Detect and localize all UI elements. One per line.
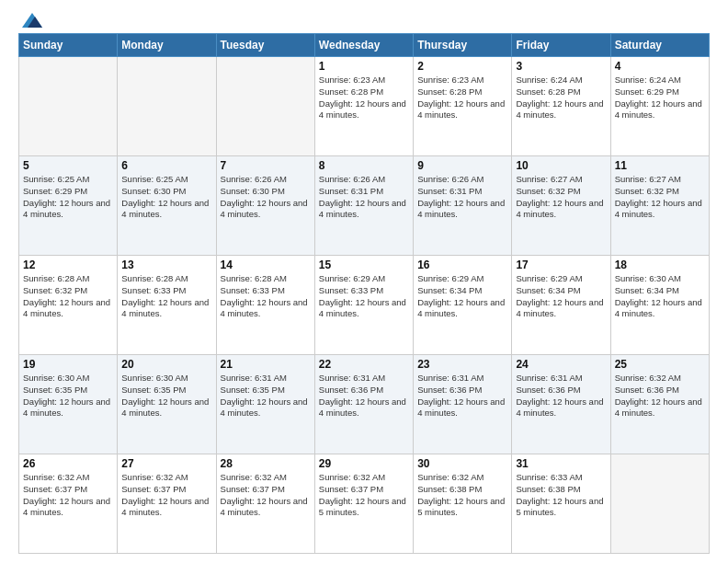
calendar-cell: 3Sunrise: 6:24 AMSunset: 6:28 PMDaylight… — [512, 57, 610, 156]
calendar-table: SundayMondayTuesdayWednesdayThursdayFrid… — [18, 33, 710, 554]
calendar-cell — [118, 57, 216, 156]
day-info: Sunrise: 6:32 AMSunset: 6:38 PMDaylight:… — [417, 472, 507, 519]
calendar-cell: 7Sunrise: 6:26 AMSunset: 6:30 PMDaylight… — [216, 156, 314, 256]
calendar-cell — [610, 454, 709, 554]
calendar-cell: 19Sunrise: 6:30 AMSunset: 6:35 PMDayligh… — [19, 355, 118, 454]
calendar-cell: 26Sunrise: 6:32 AMSunset: 6:37 PMDayligh… — [19, 454, 118, 554]
calendar-cell: 5Sunrise: 6:25 AMSunset: 6:29 PMDaylight… — [19, 156, 118, 256]
day-number: 30 — [417, 457, 507, 470]
day-number: 8 — [319, 159, 409, 172]
header — [18, 15, 710, 29]
day-number: 28 — [221, 457, 311, 470]
calendar-week-4: 19Sunrise: 6:30 AMSunset: 6:35 PMDayligh… — [19, 355, 710, 454]
calendar-cell: 10Sunrise: 6:27 AMSunset: 6:32 PMDayligh… — [512, 156, 610, 256]
day-number: 2 — [417, 60, 507, 73]
day-info: Sunrise: 6:25 AMSunset: 6:30 PMDaylight:… — [121, 174, 211, 221]
calendar-cell: 24Sunrise: 6:31 AMSunset: 6:36 PMDayligh… — [512, 355, 610, 454]
day-number: 24 — [516, 358, 606, 371]
calendar-cell: 2Sunrise: 6:23 AMSunset: 6:28 PMDaylight… — [414, 57, 512, 156]
day-info: Sunrise: 6:26 AMSunset: 6:30 PMDaylight:… — [221, 174, 311, 221]
calendar-cell: 21Sunrise: 6:31 AMSunset: 6:35 PMDayligh… — [216, 355, 314, 454]
logo-icon — [22, 11, 42, 29]
day-info: Sunrise: 6:27 AMSunset: 6:32 PMDaylight:… — [516, 174, 606, 221]
calendar-cell: 9Sunrise: 6:26 AMSunset: 6:31 PMDaylight… — [414, 156, 512, 256]
day-number: 9 — [417, 159, 507, 172]
calendar-cell: 23Sunrise: 6:31 AMSunset: 6:36 PMDayligh… — [414, 355, 512, 454]
day-number: 6 — [121, 159, 211, 172]
day-info: Sunrise: 6:32 AMSunset: 6:36 PMDaylight:… — [615, 373, 705, 419]
day-number: 29 — [319, 457, 409, 470]
calendar-header-saturday: Saturday — [610, 34, 709, 57]
calendar-header-row: SundayMondayTuesdayWednesdayThursdayFrid… — [19, 34, 710, 57]
day-number: 10 — [516, 159, 606, 172]
day-number: 14 — [221, 259, 311, 271]
calendar-cell: 6Sunrise: 6:25 AMSunset: 6:30 PMDaylight… — [118, 156, 216, 256]
day-info: Sunrise: 6:32 AMSunset: 6:37 PMDaylight:… — [221, 472, 311, 519]
day-info: Sunrise: 6:29 AMSunset: 6:34 PMDaylight:… — [516, 273, 606, 320]
day-info: Sunrise: 6:31 AMSunset: 6:36 PMDaylight:… — [417, 373, 507, 419]
calendar-cell: 28Sunrise: 6:32 AMSunset: 6:37 PMDayligh… — [216, 454, 314, 554]
day-info: Sunrise: 6:26 AMSunset: 6:31 PMDaylight:… — [319, 174, 409, 221]
day-info: Sunrise: 6:29 AMSunset: 6:33 PMDaylight:… — [319, 273, 409, 320]
day-info: Sunrise: 6:32 AMSunset: 6:37 PMDaylight:… — [23, 472, 113, 519]
day-info: Sunrise: 6:32 AMSunset: 6:37 PMDaylight:… — [319, 472, 409, 519]
calendar-cell: 31Sunrise: 6:33 AMSunset: 6:38 PMDayligh… — [512, 454, 610, 554]
day-number: 26 — [23, 457, 113, 470]
day-number: 21 — [221, 358, 311, 371]
calendar-cell: 12Sunrise: 6:28 AMSunset: 6:32 PMDayligh… — [19, 256, 118, 355]
calendar-header-thursday: Thursday — [414, 34, 512, 57]
calendar-cell: 30Sunrise: 6:32 AMSunset: 6:38 PMDayligh… — [414, 454, 512, 554]
calendar-header-tuesday: Tuesday — [216, 34, 314, 57]
calendar-header-sunday: Sunday — [19, 34, 118, 57]
day-number: 25 — [615, 358, 705, 371]
calendar-cell: 8Sunrise: 6:26 AMSunset: 6:31 PMDaylight… — [314, 156, 413, 256]
day-info: Sunrise: 6:28 AMSunset: 6:33 PMDaylight:… — [121, 273, 211, 320]
calendar-cell: 18Sunrise: 6:30 AMSunset: 6:34 PMDayligh… — [610, 256, 709, 355]
day-number: 4 — [615, 60, 705, 73]
calendar-cell: 11Sunrise: 6:27 AMSunset: 6:32 PMDayligh… — [610, 156, 709, 256]
day-number: 12 — [23, 259, 113, 271]
day-info: Sunrise: 6:31 AMSunset: 6:35 PMDaylight:… — [221, 373, 311, 419]
day-number: 11 — [615, 159, 705, 172]
day-number: 18 — [615, 259, 705, 271]
page: SundayMondayTuesdayWednesdayThursdayFrid… — [0, 0, 728, 563]
day-number: 3 — [516, 60, 606, 73]
calendar-week-2: 5Sunrise: 6:25 AMSunset: 6:29 PMDaylight… — [19, 156, 710, 256]
calendar-cell: 14Sunrise: 6:28 AMSunset: 6:33 PMDayligh… — [216, 256, 314, 355]
day-info: Sunrise: 6:25 AMSunset: 6:29 PMDaylight:… — [23, 174, 113, 221]
calendar-cell — [216, 57, 314, 156]
calendar-cell: 29Sunrise: 6:32 AMSunset: 6:37 PMDayligh… — [314, 454, 413, 554]
day-info: Sunrise: 6:23 AMSunset: 6:28 PMDaylight:… — [319, 75, 409, 121]
calendar-cell: 22Sunrise: 6:31 AMSunset: 6:36 PMDayligh… — [314, 355, 413, 454]
calendar-cell: 15Sunrise: 6:29 AMSunset: 6:33 PMDayligh… — [314, 256, 413, 355]
day-info: Sunrise: 6:24 AMSunset: 6:29 PMDaylight:… — [615, 75, 705, 121]
day-info: Sunrise: 6:30 AMSunset: 6:35 PMDaylight:… — [23, 373, 113, 419]
calendar-cell: 16Sunrise: 6:29 AMSunset: 6:34 PMDayligh… — [414, 256, 512, 355]
day-info: Sunrise: 6:32 AMSunset: 6:37 PMDaylight:… — [121, 472, 211, 519]
day-info: Sunrise: 6:28 AMSunset: 6:32 PMDaylight:… — [23, 273, 113, 320]
day-number: 20 — [121, 358, 211, 371]
day-number: 1 — [319, 60, 409, 73]
day-number: 5 — [23, 159, 113, 172]
calendar-header-monday: Monday — [118, 34, 216, 57]
day-number: 31 — [516, 457, 606, 470]
calendar-cell: 25Sunrise: 6:32 AMSunset: 6:36 PMDayligh… — [610, 355, 709, 454]
calendar-header-wednesday: Wednesday — [314, 34, 413, 57]
logo — [18, 15, 42, 29]
calendar-header-friday: Friday — [512, 34, 610, 57]
day-number: 15 — [319, 259, 409, 271]
calendar-week-5: 26Sunrise: 6:32 AMSunset: 6:37 PMDayligh… — [19, 454, 710, 554]
day-info: Sunrise: 6:28 AMSunset: 6:33 PMDaylight:… — [221, 273, 311, 320]
calendar-week-1: 1Sunrise: 6:23 AMSunset: 6:28 PMDaylight… — [19, 57, 710, 156]
day-info: Sunrise: 6:31 AMSunset: 6:36 PMDaylight:… — [516, 373, 606, 419]
calendar-cell: 27Sunrise: 6:32 AMSunset: 6:37 PMDayligh… — [118, 454, 216, 554]
day-info: Sunrise: 6:31 AMSunset: 6:36 PMDaylight:… — [319, 373, 409, 419]
day-number: 16 — [417, 259, 507, 271]
calendar-cell: 13Sunrise: 6:28 AMSunset: 6:33 PMDayligh… — [118, 256, 216, 355]
day-info: Sunrise: 6:24 AMSunset: 6:28 PMDaylight:… — [516, 75, 606, 121]
day-info: Sunrise: 6:29 AMSunset: 6:34 PMDaylight:… — [417, 273, 507, 320]
day-number: 19 — [23, 358, 113, 371]
day-info: Sunrise: 6:27 AMSunset: 6:32 PMDaylight:… — [615, 174, 705, 221]
calendar-week-3: 12Sunrise: 6:28 AMSunset: 6:32 PMDayligh… — [19, 256, 710, 355]
day-number: 7 — [221, 159, 311, 172]
